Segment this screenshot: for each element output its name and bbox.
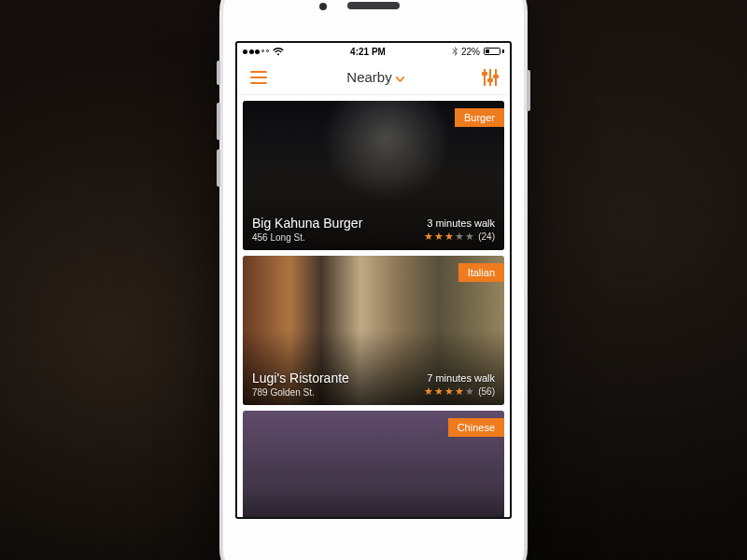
earpiece [347,2,400,9]
battery-percent: 22% [461,47,480,57]
phone-body: 4:21 PM 22% Nearby [222,0,525,560]
front-camera [319,3,327,10]
battery-icon [484,48,504,55]
restaurant-name: Big Kahuna Burger [252,216,362,231]
restaurant-card[interactable]: Chinese [243,411,504,517]
status-bar: 4:21 PM 22% [237,43,510,60]
category-tag[interactable]: Chinese [448,418,504,437]
volume-up-button [217,103,220,140]
status-time: 4:21 PM [350,47,386,57]
walk-distance: 7 minutes walk [424,372,495,384]
phone-mockup: 4:21 PM 22% Nearby [219,0,528,560]
sliders-icon [484,69,486,86]
app-navbar: Nearby [237,60,510,95]
hamburger-icon [250,71,267,73]
chevron-down-icon [396,69,404,85]
screen: 4:21 PM 22% Nearby [235,41,512,519]
review-count: (56) [478,386,495,397]
restaurant-card[interactable]: Italian Lugi's Ristorante 789 Golden St.… [243,256,504,405]
filter-button[interactable] [480,65,500,90]
category-tag[interactable]: Italian [458,263,504,282]
mute-switch [217,61,220,85]
nav-title-label: Nearby [346,69,391,85]
restaurant-address: 456 Long St. [252,232,362,243]
power-button [527,70,530,111]
bluetooth-icon [452,47,458,56]
restaurant-address: 789 Golden St. [252,387,349,398]
rating-stars: ★★★★★(56) [424,385,495,398]
restaurant-card[interactable]: Burger Big Kahuna Burger 456 Long St. 3 … [243,101,504,250]
location-dropdown[interactable]: Nearby [346,69,403,85]
signal-dots [243,49,269,54]
wifi-icon [273,48,284,56]
volume-down-button [217,149,220,187]
rating-stars: ★★★★★(24) [424,231,495,243]
review-count: (24) [478,231,495,242]
restaurant-name: Lugi's Ristorante [252,371,349,385]
restaurant-feed[interactable]: Burger Big Kahuna Burger 456 Long St. 3 … [237,95,510,517]
walk-distance: 3 minutes walk [424,217,495,229]
menu-button[interactable] [247,67,271,88]
category-tag[interactable]: Burger [455,108,504,127]
